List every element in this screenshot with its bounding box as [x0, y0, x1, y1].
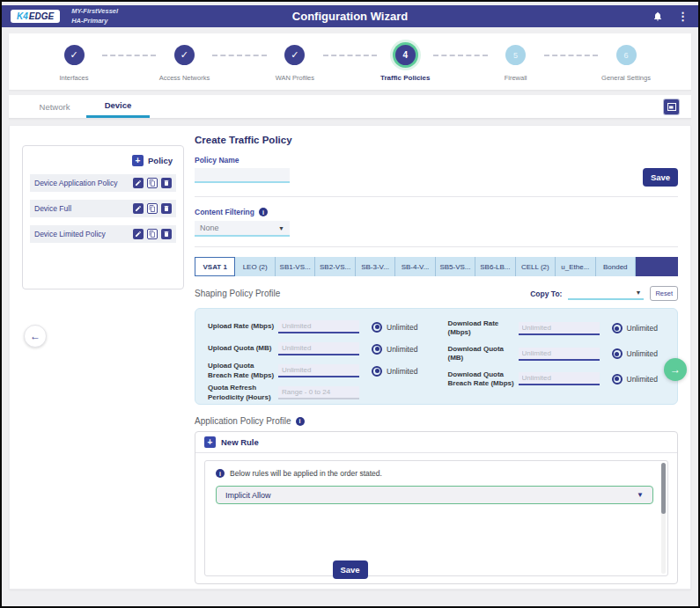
- copy-policy-icon[interactable]: [147, 178, 158, 188]
- step-number: 4: [395, 45, 416, 65]
- k4-edge-logo: K4 EDGE: [11, 10, 60, 23]
- step-firewall[interactable]: 5 Firewall: [488, 45, 544, 82]
- panel-view-icon[interactable]: [664, 99, 679, 114]
- reset-button[interactable]: Reset: [650, 286, 678, 301]
- step-traffic-policies[interactable]: 4 Traffic Policies: [377, 45, 433, 82]
- edit-policy-icon[interactable]: [133, 203, 144, 214]
- content-filtering-select[interactable]: None ▼: [195, 221, 290, 237]
- wan-tab-sb6[interactable]: SB6-LB...: [475, 257, 515, 276]
- download-rate-unlimited-radio[interactable]: Unlimited: [612, 323, 658, 333]
- quota-refresh-label: Quota Refresh Periodicity (Hours): [208, 384, 278, 402]
- step-connector: [102, 55, 156, 56]
- scrollbar-thumb[interactable]: [661, 463, 666, 514]
- new-rule-button[interactable]: + New Rule: [195, 432, 677, 453]
- radio-selected-icon: [372, 366, 382, 377]
- download-rate-input[interactable]: [519, 322, 600, 335]
- policy-name-input[interactable]: [195, 168, 290, 183]
- device-policies-panel: + Policy Device Application Policy Devic…: [22, 145, 184, 289]
- wan-tab-leo[interactable]: LEO (2): [235, 257, 275, 276]
- save-button[interactable]: Save: [643, 168, 678, 187]
- policy-list-item[interactable]: Device Full: [30, 200, 176, 217]
- edit-policy-icon[interactable]: [133, 229, 144, 239]
- step-connector: [544, 55, 598, 56]
- step-check-icon: ✓: [64, 45, 85, 65]
- vessel-name: MY-FirstVessel: [71, 7, 118, 17]
- download-quota-label: Download Quota (MB): [448, 345, 519, 363]
- upload-rate-label: Upload Rate (Mbps): [208, 322, 278, 331]
- copy-to-label: Copy To:: [530, 289, 562, 298]
- application-profile-title: Application Policy Profile: [195, 416, 291, 426]
- scope-tab-bar: Network Device: [9, 95, 691, 119]
- step-number: 6: [616, 45, 637, 65]
- copy-to-select[interactable]: ▼: [568, 287, 644, 300]
- form-title: Create Traffic Policy: [195, 135, 678, 145]
- add-policy-button[interactable]: + Policy: [30, 155, 176, 166]
- back-button[interactable]: ←: [24, 325, 47, 348]
- download-breach-rate-label: Download Quota Breach Rate (Mbps): [448, 370, 519, 389]
- next-wan-button[interactable]: →: [664, 358, 687, 381]
- wan-tab-sb3[interactable]: SB-3-V...: [356, 257, 395, 276]
- step-connector: [323, 55, 377, 56]
- arrow-right-icon: →: [670, 363, 681, 376]
- tab-device[interactable]: Device: [86, 95, 150, 118]
- delete-policy-icon[interactable]: [161, 178, 172, 188]
- step-general-settings[interactable]: 6 General Settings: [598, 45, 654, 82]
- download-rate-label: Download Rate (Mbps): [448, 319, 519, 338]
- rules-scrollbar[interactable]: [661, 463, 666, 574]
- more-menu-icon[interactable]: ⋮: [677, 10, 689, 23]
- edit-policy-icon[interactable]: [133, 178, 144, 188]
- upload-rate-unlimited-radio[interactable]: Unlimited: [372, 322, 417, 333]
- wan-tab-sb1[interactable]: SB1-VS...: [276, 257, 315, 276]
- upload-breach-unlimited-radio[interactable]: Unlimited: [372, 366, 417, 377]
- step-access-networks[interactable]: ✓ Access Networks: [156, 45, 212, 82]
- upload-quota-unlimited-radio[interactable]: Unlimited: [372, 344, 417, 355]
- upload-rate-input[interactable]: [278, 320, 359, 333]
- policy-list-item[interactable]: Device Limited Policy: [30, 225, 176, 243]
- delete-policy-icon[interactable]: [161, 203, 172, 214]
- rule-implicit-allow[interactable]: Implicit Allow ▼: [216, 486, 653, 504]
- radio-selected-icon: [612, 323, 623, 333]
- wan-tab-cell[interactable]: CELL (2): [516, 257, 556, 276]
- wan-tabs-end-fill: [636, 257, 678, 276]
- download-breach-unlimited-radio[interactable]: Unlimited: [612, 374, 658, 385]
- download-quota-unlimited-radio[interactable]: Unlimited: [612, 348, 658, 359]
- wan-tab-ethernet[interactable]: u_Ethe...: [556, 257, 595, 276]
- download-quota-input[interactable]: [519, 348, 600, 361]
- logo-k4-text: K4: [17, 11, 28, 21]
- download-breach-rate-input[interactable]: [519, 372, 600, 385]
- wan-tab-sb4[interactable]: SB-4-V...: [395, 257, 435, 276]
- radio-selected-icon: [372, 322, 382, 333]
- upload-quota-label: Upload Quota (MB): [208, 344, 278, 353]
- wan-profile-tabs: VSAT 1 LEO (2) SB1-VS... SB2-VS... SB-3-…: [195, 257, 678, 276]
- wan-tab-bonded[interactable]: Bonded: [596, 257, 636, 276]
- tab-network[interactable]: Network: [23, 95, 86, 118]
- notifications-bell-icon[interactable]: [652, 11, 663, 22]
- step-interfaces[interactable]: ✓ Interfaces: [46, 45, 102, 82]
- plus-icon: +: [132, 155, 144, 166]
- upload-breach-rate-label: Upload Quota Breach Rate (Mbps): [208, 362, 278, 380]
- vessel-info: MY-FirstVessel HA-Primary: [71, 7, 118, 26]
- upload-quota-input[interactable]: [278, 342, 359, 355]
- plus-icon: +: [204, 436, 216, 448]
- info-icon[interactable]: i: [259, 208, 268, 216]
- application-policy-card: + New Rule i Below rules will be applied…: [195, 431, 678, 584]
- wan-tab-sb2[interactable]: SB2-VS...: [315, 257, 355, 276]
- step-wan-profiles[interactable]: ✓ WAN Profiles: [267, 45, 323, 82]
- upload-breach-rate-input[interactable]: [278, 364, 359, 377]
- copy-policy-icon[interactable]: [147, 229, 158, 239]
- shaping-profile-title: Shaping Policy Profile: [195, 289, 280, 298]
- info-icon[interactable]: i: [296, 417, 305, 426]
- step-check-icon: ✓: [174, 45, 195, 65]
- wan-tab-sb5[interactable]: SB5-VS...: [436, 257, 475, 276]
- content-filtering-label: Content Filtering i: [195, 208, 678, 216]
- bottom-save-button[interactable]: Save: [333, 560, 368, 579]
- wan-tab-vsat1[interactable]: VSAT 1: [195, 257, 235, 276]
- traffic-policy-content: + Policy Device Application Policy Devic…: [9, 125, 691, 590]
- delete-policy-icon[interactable]: [161, 229, 172, 239]
- quota-refresh-input[interactable]: [278, 386, 359, 399]
- policy-list-item[interactable]: Device Application Policy: [30, 174, 176, 192]
- chevron-down-icon: ▼: [637, 491, 644, 499]
- copy-policy-icon[interactable]: [147, 203, 158, 214]
- radio-selected-icon: [372, 344, 382, 355]
- section-divider: [195, 246, 678, 247]
